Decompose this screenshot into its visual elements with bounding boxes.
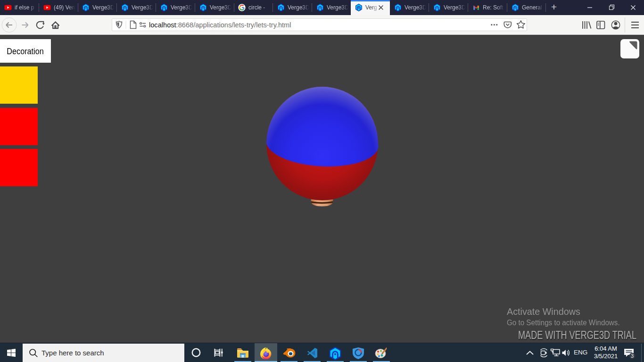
svg-text:3: 3 [631,353,634,359]
